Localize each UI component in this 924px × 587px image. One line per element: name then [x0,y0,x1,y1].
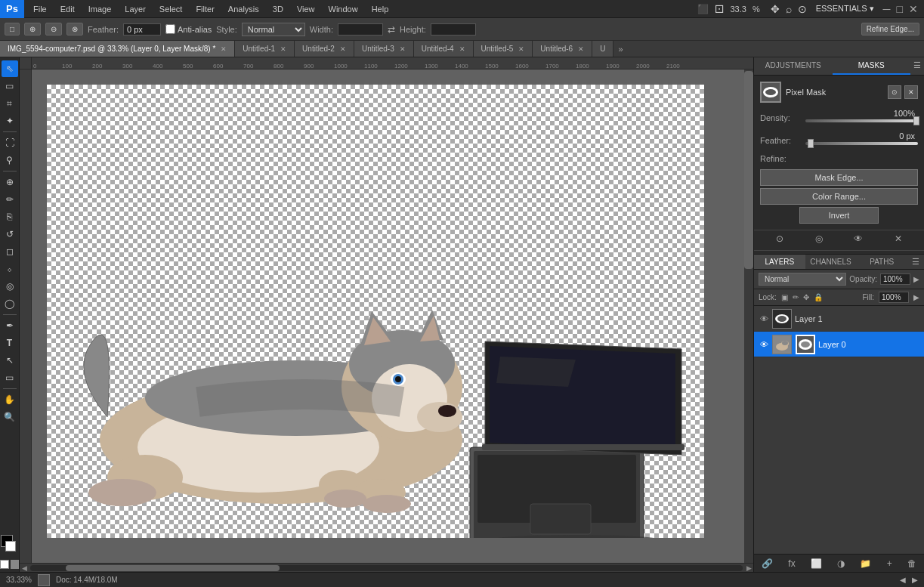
hscroll-right[interactable]: ▶ [744,564,753,572]
type-btn[interactable]: T [2,335,18,351]
nav-icon1[interactable]: ✥ [771,3,780,15]
nav-icon3[interactable]: ⊙ [798,3,807,15]
selection-mode-add[interactable]: ⊕ [24,23,41,36]
doc-mode-icon1[interactable]: ⚀ [715,3,724,15]
eraser-btn[interactable]: ◻ [2,243,18,260]
feather-slider[interactable] [805,142,918,145]
lock-transparent-icon[interactable]: ▣ [781,293,788,301]
tab-close-1[interactable]: ✕ [280,45,286,53]
lasso-tool-btn[interactable]: ⌗ [2,95,18,112]
menu-edit[interactable]: Edit [54,3,81,15]
status-arrow-left[interactable]: ◀ [900,576,906,584]
tab-close-5[interactable]: ✕ [518,45,524,53]
opacity-arrow[interactable]: ▶ [913,275,919,283]
mask-edge-button[interactable]: Mask Edge... [760,169,918,186]
crop-tool-btn[interactable]: ⛶ [2,134,18,151]
menu-analysis[interactable]: Analysis [222,3,265,15]
stamp-btn[interactable]: ⎘ [2,209,18,225]
menu-3d[interactable]: 3D [267,3,289,15]
feather-input[interactable] [123,23,161,36]
mask-delete-icon[interactable]: ✕ [904,85,918,99]
vscroll-thumb[interactable] [744,71,753,268]
tab-close-2[interactable]: ✕ [340,45,346,53]
tab-7[interactable]: U [592,41,613,57]
selection-mode-normal[interactable]: □ [5,23,20,36]
layer-panel-menu-btn[interactable]: ☰ [907,255,924,269]
magic-wand-btn[interactable]: ✦ [2,113,18,129]
hand-btn[interactable]: ✋ [2,391,18,408]
normal-mode-btn[interactable] [0,560,9,569]
tab-3[interactable]: Untitled-3 ✕ [354,41,414,57]
new-layer-btn[interactable]: + [884,558,895,569]
bg-color-swatch[interactable] [5,541,16,551]
menu-filter[interactable]: Filter [190,3,220,15]
path-select-btn[interactable]: ↖ [2,352,18,369]
refine-edge-button[interactable]: Refine Edge... [861,23,919,36]
blur-btn[interactable]: ◎ [2,278,18,295]
layer-1-visibility[interactable]: 👁 [759,314,769,324]
layer-tab-paths[interactable]: PATHS [856,255,907,269]
width-input[interactable] [338,23,383,36]
zoom-indicator[interactable] [38,574,50,586]
hscroll-left[interactable]: ◀ [20,564,29,572]
fill-arrow[interactable]: ▶ [913,293,919,301]
menu-view[interactable]: View [291,3,321,15]
fill-input[interactable] [879,292,909,303]
brush-btn[interactable]: ✏ [2,191,18,208]
menu-layer[interactable]: Layer [119,3,152,15]
status-arrow-right[interactable]: ▶ [912,576,918,584]
add-mask-btn[interactable]: ⬜ [808,558,825,569]
style-select[interactable]: Normal Fixed Ratio Fixed Size [242,23,305,36]
opacity-input[interactable] [880,273,910,285]
tab-4[interactable]: Untitled-4 ✕ [414,41,474,57]
color-swatches[interactable] [1,535,19,556]
hscroll-track[interactable] [30,565,743,571]
lock-position-icon[interactable]: ✥ [803,293,809,301]
mask-channel-icon[interactable]: ⊙ [888,85,901,99]
hscroll-thumb[interactable] [66,565,280,571]
link-layers-btn[interactable]: 🔗 [759,558,776,569]
menu-select[interactable]: Select [153,3,189,15]
panel-icon-4[interactable]: ✕ [895,233,902,244]
essentials-button[interactable]: ESSENTIALS ▾ [813,4,877,14]
close-btn[interactable]: ✕ [909,3,918,15]
selection-mode-intersect[interactable]: ⊗ [66,23,83,36]
nav-icon2[interactable]: ⌕ [786,3,792,15]
density-slider[interactable] [805,119,918,122]
layer-0-visibility[interactable]: 👁 [759,339,769,350]
blend-mode-select[interactable]: Normal Multiply Screen Overlay [759,273,846,286]
dodge-btn[interactable]: ◯ [2,295,18,312]
tab-2[interactable]: Untitled-2 ✕ [295,41,354,57]
layer-0-mask-thumbnail[interactable] [796,335,815,354]
menu-file[interactable]: File [27,3,53,15]
pen-btn[interactable]: ✒ [2,317,18,334]
layer-item-0[interactable]: 👁 Layer 0 [754,332,924,357]
tab-1[interactable]: Untitled-1 ✕ [235,41,295,57]
height-input[interactable] [431,23,476,36]
tab-close-0[interactable]: ✕ [221,45,227,53]
restore-btn[interactable]: □ [897,3,903,15]
tab-close-3[interactable]: ✕ [400,45,406,53]
new-group-btn[interactable]: 📁 [857,558,874,569]
layer-style-btn[interactable]: fx [785,558,798,569]
feather-slider-thumb[interactable] [808,139,814,148]
lock-pixels-icon[interactable]: ✏ [793,293,799,301]
tab-close-4[interactable]: ✕ [459,45,465,53]
eyedropper-btn[interactable]: ⚲ [2,152,18,168]
tab-close-6[interactable]: ✕ [578,45,584,53]
menu-help[interactable]: Help [366,3,395,15]
vscrollbar[interactable] [744,70,753,563]
quick-mask-btn[interactable] [11,560,20,569]
tab-adjustments[interactable]: ADJUSTMENTS [754,57,833,75]
invert-button[interactable]: Invert [799,207,879,224]
canvas-scroll[interactable] [32,70,753,563]
swap-icon[interactable]: ⇄ [388,24,395,35]
color-range-button[interactable]: Color Range... [760,188,918,205]
density-slider-thumb[interactable] [913,116,919,125]
menu-image[interactable]: Image [82,3,118,15]
tab-5[interactable]: Untitled-5 ✕ [474,41,533,57]
tab-6[interactable]: Untitled-6 ✕ [533,41,592,57]
pixel-mask-thumbnail[interactable] [760,82,781,103]
panel-menu-btn[interactable]: ☰ [910,57,924,75]
menu-window[interactable]: Window [323,3,364,15]
